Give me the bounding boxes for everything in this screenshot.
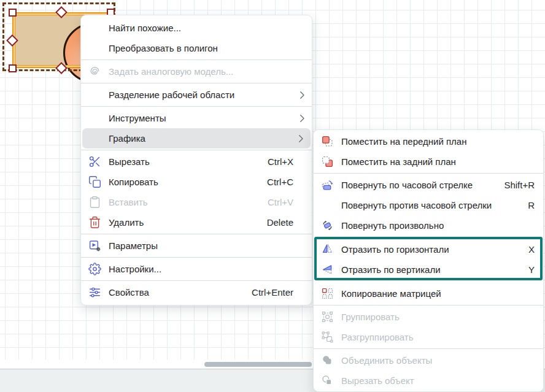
matrix-copy-icon — [321, 287, 334, 300]
menu-item-label: Вставить — [109, 197, 148, 207]
menu-separator — [81, 60, 312, 60]
group-icon — [321, 310, 334, 323]
menu-item-label: Копировать — [109, 177, 158, 187]
menu-item-graphics[interactable]: Графика — [82, 128, 311, 148]
horizontal-scrollbar-thumb[interactable] — [204, 362, 312, 367]
menu-item-tools[interactable]: Инструменты — [81, 108, 312, 128]
menu-item-label: Объединить объекты — [341, 355, 432, 366]
menu-item-shortcut: Delete — [267, 217, 293, 228]
menu-item-label: Свойства — [109, 287, 149, 298]
gear-icon — [88, 263, 101, 275]
menu-item-label: Найти похожие... — [109, 23, 181, 33]
union-icon — [321, 354, 334, 367]
menu-item-shortcut: Ctrl+Enter — [252, 287, 293, 298]
menu-item-properties[interactable]: Свойства Ctrl+Enter — [81, 282, 312, 302]
menu-item-label: Задать аналоговую модель... — [109, 66, 233, 77]
menu-item-label: Поместить на задний план — [341, 156, 456, 167]
menu-item-shortcut: Ctrl+V — [268, 197, 293, 207]
menu-item-settings[interactable]: Настройки... — [81, 259, 312, 279]
flip-vertical-icon — [321, 263, 334, 276]
submenu-item-flip-vertical[interactable]: Отразить по вертикали Y — [314, 259, 543, 280]
menu-separator — [81, 257, 312, 258]
menu-item-label: Отразить по горизонтали — [341, 244, 449, 255]
chevron-right-icon — [296, 113, 307, 124]
sliders-icon — [88, 286, 101, 299]
chevron-right-icon — [295, 133, 306, 144]
clipboard-icon — [88, 196, 101, 209]
menu-separator — [314, 305, 543, 306]
scissors-icon — [88, 155, 101, 168]
menu-item-label: Разделение рабочей области — [109, 90, 234, 100]
menu-item-label: Разгруппировать — [341, 332, 414, 342]
menu-item-label: Инструменты — [109, 113, 166, 123]
rotate-free-icon — [321, 219, 334, 232]
menu-separator — [314, 348, 543, 349]
submenu-item-flip-horizontal[interactable]: Отразить по горизонтали X — [314, 239, 543, 259]
menu-item-copy[interactable]: Копировать Ctrl+C — [81, 172, 312, 192]
menu-item-label: Группировать — [341, 312, 400, 322]
ungroup-icon — [321, 331, 334, 344]
context-menu: Найти похожие... Преобразовать в полигон… — [80, 15, 312, 306]
menu-item-shortcut: Shift+R — [504, 180, 535, 190]
menu-separator — [81, 83, 312, 83]
menu-item-label: Повернуть по часовой стрелке — [341, 180, 473, 190]
submenu-item-group: Группировать — [314, 307, 543, 327]
menu-item-label: Параметры — [109, 240, 158, 251]
menu-item-shortcut: Ctrl+C — [267, 177, 293, 187]
rotate-cw-icon — [321, 179, 334, 191]
menu-item-label: Повернуть против часовой стрелки — [341, 200, 492, 210]
menu-item-shortcut: X — [528, 244, 535, 255]
menu-item-set-analog-model: Задать аналоговую модель... — [81, 61, 312, 82]
submenu-item-ungroup: Разгруппировать — [314, 327, 543, 347]
menu-item-label: Копирование матрицей — [341, 288, 441, 299]
subtract-icon — [321, 374, 334, 387]
menu-item-label: Отразить по вертикали — [341, 264, 441, 275]
resize-handle-top-left[interactable] — [9, 9, 17, 17]
submenu-item-rotate-free[interactable]: Повернуть произвольно — [314, 215, 543, 236]
menu-separator — [81, 280, 312, 281]
resize-handle-bottom-left[interactable] — [9, 64, 17, 72]
submenu-item-merge-objects: Объединить объекты — [314, 350, 543, 371]
menu-item-label: Вырезать объект — [341, 375, 414, 386]
menu-item-shortcut: Y — [528, 264, 535, 275]
submenu-item-rotate-clockwise[interactable]: Повернуть по часовой стрелке Shift+R — [314, 175, 543, 195]
copy-icon — [88, 175, 101, 188]
menu-item-shortcut: Ctrl+X — [268, 156, 293, 167]
menu-item-label: Вырезать — [109, 156, 150, 167]
menu-item-label: Повернуть произвольно — [341, 220, 444, 231]
submenu-item-matrix-copy[interactable]: Копирование матрицей — [314, 283, 543, 304]
spiral-icon — [88, 65, 101, 78]
menu-separator — [81, 106, 312, 107]
send-back-icon — [321, 155, 334, 168]
submenu-item-bring-to-front[interactable]: Поместить на передний план — [314, 131, 543, 152]
menu-item-shortcut: R — [528, 200, 535, 210]
trash-icon — [88, 216, 101, 229]
bring-front-icon — [321, 135, 334, 148]
menu-item-paste: Вставить Ctrl+V — [81, 192, 312, 212]
menu-item-label: Графика — [109, 133, 145, 144]
flip-horizontal-icon — [321, 243, 334, 256]
menu-item-label: Поместить на передний план — [341, 136, 466, 147]
menu-item-label: Настройки... — [109, 264, 161, 274]
submenu-item-cut-object: Вырезать объект — [314, 371, 543, 391]
submenu-item-rotate-counterclockwise[interactable]: Повернуть против часовой стрелки R — [314, 195, 543, 215]
menu-item-label: Удалить — [109, 217, 144, 228]
submenu-item-send-to-back[interactable]: Поместить на задний план — [314, 152, 543, 172]
chevron-right-icon — [296, 90, 307, 101]
menu-separator — [314, 173, 543, 174]
graphics-submenu: Поместить на передний план Поместить на … — [313, 129, 544, 392]
menu-item-parameters[interactable]: Параметры — [81, 236, 312, 256]
menu-separator — [81, 150, 312, 150]
menu-item-convert-to-polygon[interactable]: Преобразовать в полигон — [81, 38, 312, 58]
menu-item-workspace-split[interactable]: Разделение рабочей области — [81, 85, 312, 105]
menu-item-cut[interactable]: Вырезать Ctrl+X — [81, 152, 312, 172]
parameters-icon — [88, 239, 101, 252]
menu-separator — [81, 234, 312, 234]
menu-item-label: Преобразовать в полигон — [109, 43, 218, 53]
menu-item-find-similar[interactable]: Найти похожие... — [81, 18, 312, 38]
menu-item-delete[interactable]: Удалить Delete — [81, 212, 312, 233]
